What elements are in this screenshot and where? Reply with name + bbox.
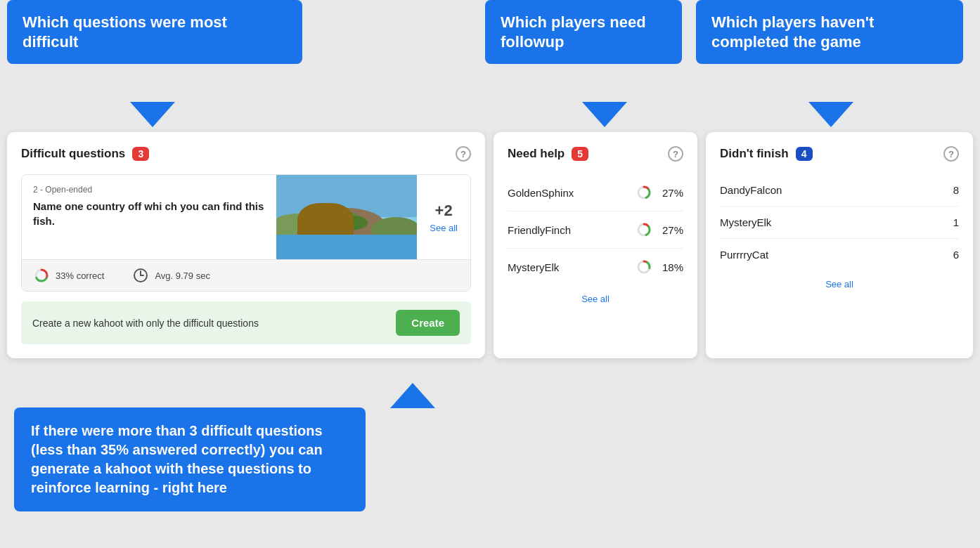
player-name: GoldenSphinx	[508, 187, 574, 199]
player-stat: 27%	[636, 184, 683, 201]
avg-time-text: Avg. 9.79 sec	[155, 270, 210, 281]
avg-time-stat: Avg. 9.79 sec	[132, 267, 210, 284]
player-donut-icon	[636, 259, 652, 275]
didntfinish-players-list: DandyFalcon 8 MysteryElk 1 PurrrryCat 6	[720, 174, 959, 270]
callout-create-explanation: If there were more than 3 difficult ques…	[14, 407, 366, 511]
question-card-bottom: 33% correct Avg. 9.79 sec	[22, 259, 470, 291]
question-image	[276, 175, 417, 259]
didntfinish-title: Didn't finish	[720, 147, 789, 161]
player-name: MysteryElk	[508, 261, 559, 273]
donut-correct-icon	[33, 267, 50, 284]
didntfinish-see-all-link[interactable]: See all	[825, 279, 853, 289]
panel-difficult-header: Difficult questions 3 ?	[21, 146, 471, 162]
create-bar-text: Create a new kahoot with only the diffic…	[32, 318, 259, 329]
difficult-help-icon[interactable]: ?	[456, 146, 471, 162]
panel-needhelp: Need help 5 ? GoldenSphinx 27%	[494, 132, 697, 358]
player-stat: 27%	[636, 221, 683, 238]
player-pct: 18%	[658, 261, 683, 273]
question-title: Name one country off whi ch you can find…	[33, 199, 265, 228]
callout-need-followup: Which players need followup	[485, 0, 682, 64]
plus-more-count: +2	[435, 202, 453, 220]
question-card-top: 2 - Open-ended Name one country off whi …	[22, 175, 470, 259]
didntfinish-badge: 4	[796, 147, 813, 161]
svg-rect-8	[276, 238, 417, 259]
question-text-area: 2 - Open-ended Name one country off whi …	[22, 175, 276, 259]
svg-point-6	[276, 214, 325, 242]
player-score: 8	[953, 184, 959, 196]
needhelp-header: Need help 5 ?	[508, 146, 683, 162]
didntfinish-title-group: Didn't finish 4	[720, 147, 813, 161]
player-row: FriendlyFinch 27%	[508, 211, 683, 249]
callout-difficult-questions: Which questions were most difficult	[7, 0, 302, 64]
player-row: MysteryElk 1	[720, 207, 959, 239]
difficult-panel-title: Difficult questions	[21, 147, 125, 161]
arrow-didntfinish	[808, 102, 853, 127]
player-stat: 18%	[636, 259, 683, 275]
player-pct: 27%	[658, 224, 683, 236]
create-button[interactable]: Create	[396, 310, 460, 336]
panels-container: Difficult questions 3 ? 2 - Open-ended N…	[7, 132, 973, 358]
player-score: 1	[953, 216, 959, 228]
didntfinish-help-icon[interactable]: ?	[943, 146, 959, 162]
arrow-create	[390, 383, 435, 408]
player-name: PurrrryCat	[720, 249, 768, 261]
player-name: DandyFalcon	[720, 184, 782, 196]
didntfinish-header: Didn't finish 4 ?	[720, 146, 959, 162]
question-label: 2 - Open-ended	[33, 185, 265, 195]
didntfinish-see-all-container: See all	[720, 278, 959, 290]
create-bar: Create a new kahoot with only the diffic…	[21, 301, 471, 344]
difficult-badge: 3	[132, 147, 149, 161]
panel-didntfinish: Didn't finish 4 ? DandyFalcon 8 MysteryE…	[706, 132, 973, 358]
arrow-difficult	[130, 102, 175, 127]
panel-difficult: Difficult questions 3 ? 2 - Open-ended N…	[7, 132, 485, 358]
player-name: MysteryElk	[720, 216, 771, 228]
difficult-title-group: Difficult questions 3	[21, 147, 149, 161]
needhelp-see-all-link[interactable]: See all	[581, 294, 610, 304]
needhelp-title: Need help	[508, 147, 565, 161]
needhelp-see-all-container: See all	[508, 292, 683, 305]
plus-more: +2 See all	[417, 175, 470, 259]
player-row: PurrrryCat 6	[720, 239, 959, 270]
player-row: GoldenSphinx 27%	[508, 174, 683, 211]
player-donut-icon	[636, 184, 652, 201]
needhelp-badge: 5	[572, 147, 588, 161]
arrow-needhelp	[582, 102, 627, 127]
player-row: MysteryElk 18%	[508, 249, 683, 285]
see-all-questions-link[interactable]: See all	[430, 223, 458, 233]
needhelp-title-group: Need help 5	[508, 147, 588, 161]
clock-icon	[132, 267, 149, 284]
player-donut-icon	[636, 221, 652, 238]
correct-pct-text: 33% correct	[56, 270, 104, 281]
question-card: 2 - Open-ended Name one country off whi …	[21, 174, 471, 292]
svg-point-5	[340, 216, 368, 230]
page-wrapper: Which questions were most difficult Whic…	[0, 0, 980, 548]
needhelp-players-list: GoldenSphinx 27% FriendlyFinch	[508, 174, 683, 285]
callout-not-completed: Which players haven't completed the game	[696, 0, 963, 64]
player-row: DandyFalcon 8	[720, 174, 959, 207]
player-score: 6	[953, 249, 959, 261]
player-pct: 27%	[658, 187, 683, 199]
correct-pct-stat: 33% correct	[33, 267, 104, 284]
player-name: FriendlyFinch	[508, 224, 571, 236]
needhelp-help-icon[interactable]: ?	[668, 146, 683, 162]
svg-rect-1	[276, 175, 417, 217]
